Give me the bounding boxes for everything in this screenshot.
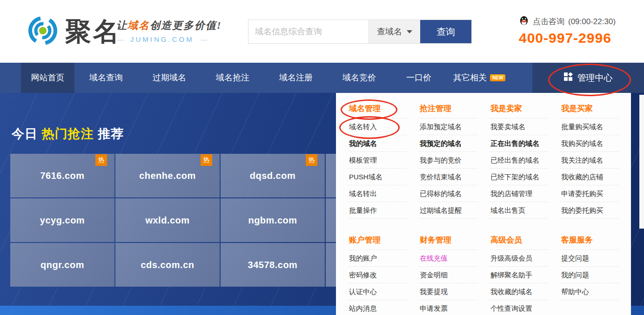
menu-group-title[interactable]: 我是卖家 <box>490 101 548 118</box>
menu-item[interactable]: 域名出售页 <box>490 202 548 219</box>
menu-item[interactable]: 模板管理 <box>348 152 407 169</box>
menu-item[interactable]: 密码修改 <box>348 267 407 283</box>
nav-item-domain-register[interactable]: 域名注册 <box>264 63 328 93</box>
page: 聚名 让域名创造更多价值! — JUMING.COM — 查域名 查询 <box>0 0 644 315</box>
menu-item[interactable]: 我购买的域名 <box>560 135 619 152</box>
domain-cell[interactable]: ycyg.com <box>10 198 114 242</box>
menu-item[interactable]: 我要提现 <box>419 283 477 300</box>
logo[interactable]: 聚名 <box>27 15 121 48</box>
menu-item[interactable]: 已得标的域名 <box>419 185 477 202</box>
nav-item-domain-auction[interactable]: 域名竞价 <box>328 63 391 93</box>
menu-item[interactable]: 我收藏的域名 <box>490 283 548 300</box>
menu-item[interactable]: 我的店铺管理 <box>490 185 548 202</box>
domain-name: dqsd.com <box>250 171 295 181</box>
menu-group-title[interactable]: 高级会员 <box>490 233 548 250</box>
site-label-row: — JUMING.COM — <box>117 35 207 43</box>
menu-item[interactable]: 我的委托购买 <box>560 202 619 219</box>
phone-number: 400-997-2996 <box>519 30 616 46</box>
menu-item[interactable]: 已经下架的域名 <box>490 169 548 185</box>
domain-cell[interactable]: wxld.com <box>115 198 220 242</box>
domain-cell[interactable]: cds.com.cn <box>115 243 220 287</box>
nav-item-home[interactable]: 网站首页 <box>21 63 74 93</box>
contact-block: 点击咨询 (09:00-22:30) 400-997-2996 <box>519 15 616 46</box>
domain-name: ngbm.com <box>248 215 297 226</box>
menu-item[interactable]: 资金明细 <box>419 267 477 283</box>
menu-item[interactable]: 帮助中心 <box>560 283 619 300</box>
menu-item[interactable]: 申请委托购买 <box>560 185 619 202</box>
domain-cell[interactable]: 7616.com热 <box>10 154 114 197</box>
menu-item[interactable]: 我参与的竞价 <box>419 152 477 169</box>
menu-item[interactable]: 我关注的域名 <box>560 152 619 169</box>
nav-item-admin-center[interactable]: 管理中心 <box>532 63 644 93</box>
domain-cell-partial <box>326 243 336 287</box>
menu-group-title[interactable]: 财务管理 <box>419 233 477 250</box>
menu-item[interactable]: 我的问题 <box>560 267 619 283</box>
search-type-label: 查域名 <box>377 26 402 37</box>
search-input[interactable] <box>248 20 369 43</box>
domain-cell[interactable]: chenhe.com热 <box>115 154 220 197</box>
chevron-down-icon <box>407 30 412 33</box>
menu-item[interactable]: 个性查询设置 <box>490 300 548 315</box>
menu-item[interactable]: 申请发票 <box>419 300 477 315</box>
nav-item-domain-query[interactable]: 域名查询 <box>74 63 138 93</box>
nav-item-buy-now[interactable]: 一口价 <box>391 63 447 93</box>
domain-cell[interactable]: dqsd.com热 <box>221 154 325 197</box>
banner-title-highlight: 热门抢注 <box>42 127 94 141</box>
menu-item[interactable]: 我要卖域名 <box>490 118 548 135</box>
menu-group: 客服服务提交问题我的问题帮助中心 <box>560 233 619 315</box>
domain-cell[interactable]: ngbm.com <box>221 198 325 242</box>
menu-item[interactable]: 批量购买域名 <box>560 118 619 135</box>
domain-name: ycyg.com <box>40 215 85 226</box>
menu-item[interactable]: 已经出售的域名 <box>490 152 548 169</box>
search-type-dropdown[interactable]: 查域名 <box>369 20 420 43</box>
menu-item[interactable]: PUSH域名 <box>348 169 407 185</box>
menu-item[interactable]: 站内消息 <box>348 300 407 315</box>
menu-item[interactable]: 正在出售的域名 <box>490 135 548 152</box>
menu-group: 高级会员升级高级会员解绑聚名助手我收藏的域名个性查询设置 <box>490 233 548 315</box>
menu-item[interactable]: 批量操作 <box>348 202 407 219</box>
menu-item[interactable]: 域名转出 <box>348 185 407 202</box>
nav-item-expired-domains[interactable]: 过期域名 <box>138 63 201 93</box>
menu-item[interactable]: 域名转入 <box>348 118 407 135</box>
domain-name: cds.com.cn <box>141 260 194 270</box>
domain-cell[interactable]: 34578.com <box>221 243 325 287</box>
menu-item[interactable]: 认证中心 <box>348 283 407 300</box>
menu-item[interactable]: 我的域名 <box>348 135 407 152</box>
consult-row[interactable]: 点击咨询 (09:00-22:30) <box>519 15 616 28</box>
main-nav: 网站首页 域名查询 过期域名 域名抢注 域名注册 域名竞价 一口价 其它相关NE… <box>0 63 644 93</box>
menu-group-title[interactable]: 域名管理 <box>348 101 407 118</box>
search-button[interactable]: 查询 <box>420 20 471 43</box>
menu-item[interactable]: 我收藏的店铺 <box>560 169 619 185</box>
consult-hours: (09:00-22:30) <box>568 17 616 26</box>
menu-group-title[interactable]: 账户管理 <box>348 233 407 250</box>
consult-label: 点击咨询 <box>533 16 564 27</box>
menu-group-title[interactable]: 我是买家 <box>560 101 619 118</box>
menu-group-title[interactable]: 抢注管理 <box>419 101 477 118</box>
menu-item[interactable]: 升级高级会员 <box>490 250 548 267</box>
menu-item[interactable]: 提交问题 <box>560 250 619 267</box>
logo-icon <box>27 15 59 48</box>
nav-item-domain-backorder[interactable]: 域名抢注 <box>201 63 264 93</box>
admin-mega-menu: 域名管理域名转入我的域名模板管理PUSH域名域名转出批量操作抢注管理添加预定域名… <box>336 93 631 315</box>
menu-group: 账户管理我的账户密码修改认证中心站内消息 <box>348 233 407 315</box>
menu-group: 财务管理在线充值资金明细我要提现申请发票 <box>419 233 477 315</box>
new-badge: NEW <box>490 74 505 81</box>
menu-item[interactable]: 在线充值 <box>419 250 477 267</box>
menu-item[interactable]: 竞价结束域名 <box>419 169 477 185</box>
qq-icon <box>519 15 529 28</box>
logo-text: 聚名 <box>65 15 121 48</box>
menu-item[interactable]: 解绑聚名助手 <box>490 267 548 283</box>
menu-group-title[interactable]: 客服服务 <box>560 233 619 250</box>
menu-item[interactable]: 我预定的域名 <box>419 135 477 152</box>
hot-badge: 热 <box>95 154 107 166</box>
menu-group: 我是卖家我要卖域名正在出售的域名已经出售的域名已经下架的域名我的店铺管理域名出售… <box>490 101 548 219</box>
menu-item[interactable]: 添加预定域名 <box>419 118 477 135</box>
site-label: JUMING.COM <box>130 35 194 43</box>
hot-badge: 热 <box>201 154 212 166</box>
domain-cell-partial <box>326 198 336 242</box>
menu-item[interactable]: 过期域名提醒 <box>419 202 477 219</box>
menu-item[interactable]: 我的账户 <box>348 250 407 267</box>
nav-item-other[interactable]: 其它相关NEW <box>447 63 512 93</box>
domain-cell[interactable]: qngr.com <box>10 243 114 287</box>
dash-right: — <box>201 36 207 43</box>
